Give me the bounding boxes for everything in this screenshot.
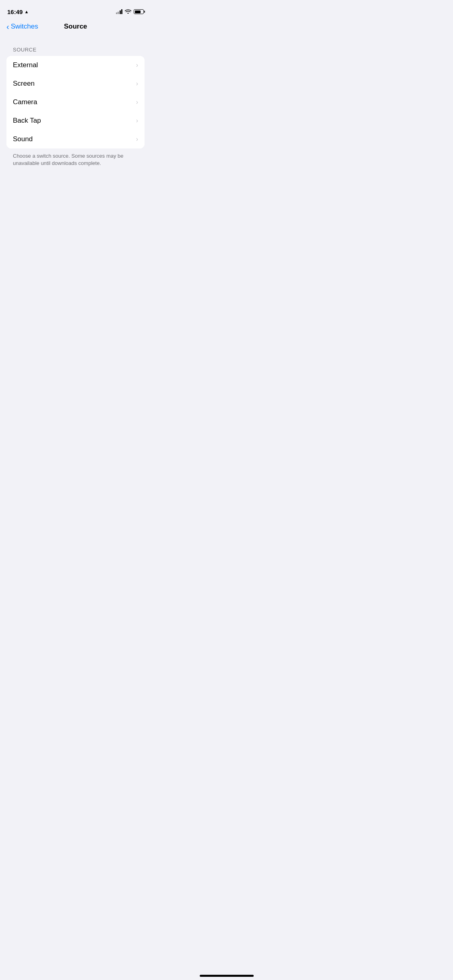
battery-icon xyxy=(134,9,144,14)
status-icons xyxy=(116,9,144,15)
back-button[interactable]: ‹ Switches xyxy=(6,23,38,31)
chevron-icon-external: › xyxy=(136,62,138,69)
location-icon: ▲ xyxy=(24,9,29,14)
nav-bar: ‹ Switches Source xyxy=(0,18,151,35)
list-item-screen[interactable]: Screen › xyxy=(6,74,145,93)
list-item-back-tap[interactable]: Back Tap › xyxy=(6,111,145,130)
list-item-label-back-tap: Back Tap xyxy=(13,117,41,125)
list-item-external[interactable]: External › xyxy=(6,56,145,74)
content: SOURCE External › Screen › Camera › Back… xyxy=(0,35,151,167)
status-bar: 16:49 ▲ xyxy=(0,0,151,18)
nav-title: Source xyxy=(64,23,87,31)
chevron-icon-sound: › xyxy=(136,136,138,143)
back-label: Switches xyxy=(11,23,38,31)
time-label: 16:49 xyxy=(7,8,23,15)
list-item-sound[interactable]: Sound › xyxy=(6,130,145,148)
section-header: SOURCE xyxy=(6,47,145,53)
chevron-icon-screen: › xyxy=(136,80,138,87)
status-time: 16:49 ▲ xyxy=(7,8,29,15)
chevron-icon-camera: › xyxy=(136,99,138,106)
list-item-label-camera: Camera xyxy=(13,98,37,106)
list-item-label-external: External xyxy=(13,61,38,69)
signal-bars-icon xyxy=(116,9,123,14)
list-item-camera[interactable]: Camera › xyxy=(6,93,145,111)
list-item-label-sound: Sound xyxy=(13,135,33,143)
chevron-icon-back-tap: › xyxy=(136,117,138,124)
wifi-icon xyxy=(125,9,131,15)
source-list: External › Screen › Camera › Back Tap › … xyxy=(6,56,145,148)
list-item-label-screen: Screen xyxy=(13,80,35,88)
section-footer: Choose a switch source. Some sources may… xyxy=(6,148,145,167)
back-chevron-icon: ‹ xyxy=(6,23,9,31)
